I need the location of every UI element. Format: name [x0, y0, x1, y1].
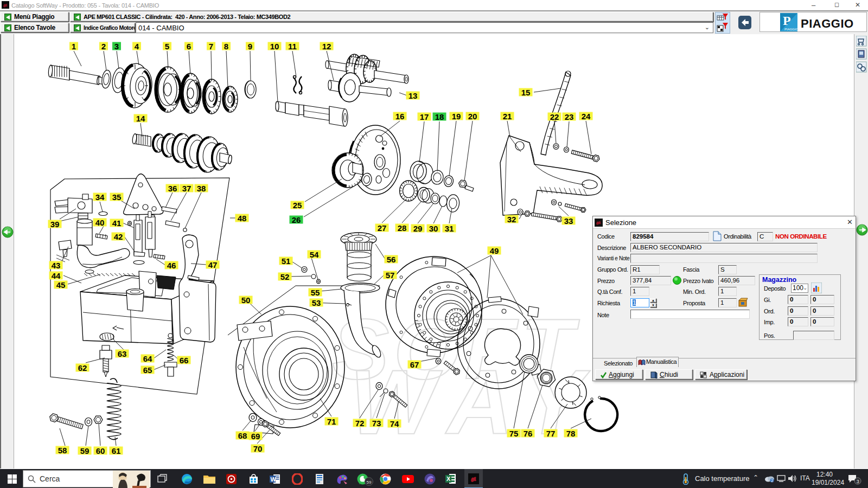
svg-text:18: 18	[435, 112, 444, 121]
svg-text:63: 63	[118, 349, 127, 358]
svg-text:9: 9	[248, 42, 252, 51]
svg-text:47: 47	[208, 260, 218, 269]
svg-text:15: 15	[521, 88, 531, 97]
svg-text:21: 21	[503, 112, 512, 121]
svg-text:4: 4	[135, 42, 139, 51]
svg-text:25: 25	[293, 201, 302, 210]
svg-text:42: 42	[114, 232, 123, 241]
svg-text:78: 78	[566, 429, 576, 438]
svg-text:7: 7	[209, 42, 213, 51]
svg-text:61: 61	[112, 446, 121, 455]
svg-text:57: 57	[386, 271, 395, 280]
svg-text:29: 29	[413, 224, 423, 233]
svg-text:23: 23	[565, 112, 574, 121]
svg-text:55: 55	[311, 288, 320, 297]
svg-text:3: 3	[114, 42, 119, 51]
svg-text:65: 65	[143, 365, 152, 375]
svg-text:35: 35	[112, 192, 122, 202]
svg-text:53: 53	[312, 298, 321, 307]
svg-text:68: 68	[238, 431, 247, 440]
svg-text:27: 27	[378, 223, 387, 233]
svg-text:31: 31	[445, 224, 454, 233]
svg-text:40: 40	[95, 218, 105, 227]
svg-text:2: 2	[771, 479, 773, 483]
svg-text:22: 22	[550, 112, 559, 121]
svg-text:11: 11	[288, 42, 297, 51]
svg-text:W: W	[271, 476, 277, 483]
svg-text:16: 16	[395, 112, 405, 121]
svg-text:38: 38	[197, 184, 206, 193]
svg-text:3: 3	[857, 479, 859, 484]
svg-text:50: 50	[241, 296, 251, 305]
svg-text:13: 13	[409, 91, 418, 100]
svg-text:73: 73	[372, 419, 381, 428]
svg-text:46: 46	[167, 261, 176, 270]
svg-text:59: 59	[367, 480, 372, 485]
svg-text:51: 51	[282, 256, 291, 266]
svg-text:24: 24	[582, 112, 591, 121]
svg-text:14: 14	[136, 114, 145, 123]
svg-text:32: 32	[507, 215, 516, 224]
svg-text:26: 26	[292, 215, 301, 224]
svg-text:17: 17	[420, 112, 429, 121]
svg-text:10: 10	[270, 42, 279, 51]
svg-text:1: 1	[72, 42, 76, 51]
svg-text:30: 30	[429, 224, 438, 233]
svg-text:62: 62	[78, 363, 87, 373]
svg-text:41: 41	[112, 219, 122, 228]
svg-text:36: 36	[168, 184, 177, 193]
svg-text:39: 39	[50, 220, 60, 229]
svg-text:34: 34	[95, 192, 105, 202]
svg-text:12: 12	[322, 42, 331, 51]
svg-text:52: 52	[280, 272, 290, 281]
svg-text:70: 70	[253, 444, 263, 453]
svg-text:71: 71	[327, 417, 336, 426]
svg-text:PIAGGIO: PIAGGIO	[784, 28, 797, 31]
svg-text:5: 5	[165, 42, 169, 51]
svg-text:2: 2	[101, 42, 106, 51]
svg-text:49: 49	[490, 246, 499, 255]
svg-text:72: 72	[355, 419, 365, 428]
svg-text:69: 69	[251, 432, 260, 441]
svg-text:6: 6	[187, 42, 191, 51]
svg-text:56: 56	[387, 255, 396, 264]
svg-text:43: 43	[52, 261, 61, 270]
svg-text:64: 64	[143, 354, 152, 363]
svg-text:58: 58	[58, 446, 67, 455]
svg-text:76: 76	[524, 429, 533, 438]
svg-text:37: 37	[182, 184, 192, 193]
svg-text:8: 8	[224, 42, 228, 51]
svg-text:19: 19	[452, 112, 461, 121]
svg-text:54: 54	[310, 250, 319, 259]
svg-text:66: 66	[180, 356, 189, 365]
svg-text:74: 74	[390, 419, 399, 428]
svg-text:P: P	[783, 14, 791, 28]
svg-text:X: X	[446, 476, 451, 482]
svg-text:20: 20	[468, 112, 477, 121]
svg-text:60: 60	[96, 446, 105, 455]
svg-text:48: 48	[238, 214, 247, 223]
svg-text:75: 75	[509, 429, 519, 438]
svg-text:45: 45	[56, 280, 66, 290]
svg-text:59: 59	[80, 446, 90, 455]
svg-text:67: 67	[410, 360, 419, 369]
svg-text:77: 77	[546, 429, 556, 438]
svg-text:44: 44	[52, 271, 61, 280]
svg-text:28: 28	[398, 223, 407, 233]
svg-text:33: 33	[564, 216, 573, 226]
